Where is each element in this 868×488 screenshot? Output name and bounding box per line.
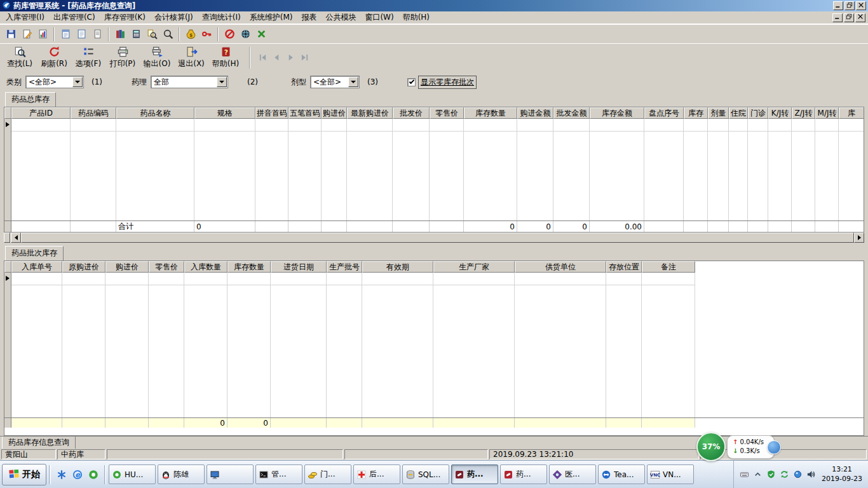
globe-toolbar-button[interactable] <box>238 27 253 42</box>
column-header[interactable]: 零售价 <box>149 261 184 273</box>
column-header[interactable]: 进货日期 <box>271 261 327 273</box>
column-header[interactable]: K/J转 <box>768 107 792 119</box>
column-header[interactable]: 零售价 <box>430 107 464 119</box>
taskbar-task-8[interactable]: 药... <box>451 464 498 484</box>
edit-toolbar-button[interactable] <box>19 27 34 42</box>
tray-sync-button[interactable] <box>779 469 790 480</box>
column-header[interactable]: 批发金额 <box>553 107 590 119</box>
column-header[interactable]: 库存 <box>684 107 708 119</box>
column-header[interactable]: 入库数量 <box>184 261 227 273</box>
column-header[interactable]: 购进价 <box>322 107 347 119</box>
taskbar-task-3[interactable] <box>207 464 254 484</box>
column-header[interactable]: 剂量 <box>708 107 729 119</box>
menu-item-2[interactable]: 出库管理(C) <box>49 11 100 24</box>
quicklaunch-browser-green-button[interactable] <box>86 468 100 482</box>
memory-percent-badge[interactable]: 37% <box>696 432 726 461</box>
column-header[interactable]: 购进价 <box>105 261 149 273</box>
float-ball-icon[interactable] <box>767 440 781 454</box>
column-header[interactable]: 生产厂家 <box>433 261 515 273</box>
menu-item-4[interactable]: 会计核算(J) <box>150 11 198 24</box>
help-button[interactable]: ?帮助(H) <box>210 44 241 71</box>
column-header[interactable]: 库存数量 <box>227 261 271 273</box>
category-select[interactable]: <全部> <box>25 76 84 88</box>
zoom-toolbar-button[interactable] <box>160 27 175 42</box>
books-toolbar-button[interactable] <box>112 27 128 42</box>
menu-item-8[interactable]: 公共模块 <box>321 11 360 24</box>
tray-chevron-up-button[interactable] <box>752 469 763 480</box>
column-header[interactable]: 购进金额 <box>517 107 553 119</box>
taskbar-task-7[interactable]: SQL... <box>402 464 449 484</box>
column-header[interactable]: 产品ID <box>11 107 71 119</box>
tray-shield-button[interactable] <box>766 469 776 480</box>
options-button[interactable]: 选项(F) <box>72 44 104 71</box>
nav-first-button[interactable] <box>255 51 269 65</box>
column-header[interactable]: 库 <box>839 107 864 119</box>
taskbar-task-1[interactable]: HU... <box>109 464 156 484</box>
scroll-right-button[interactable] <box>854 233 864 243</box>
column-header[interactable]: 门诊 <box>748 107 768 119</box>
mdi-close-button[interactable] <box>855 13 865 22</box>
forbid-toolbar-button[interactable] <box>222 27 237 42</box>
refresh-button[interactable]: 刷新(R) <box>38 44 70 71</box>
taskbar-task-12[interactable]: VNCVN... <box>647 464 694 484</box>
column-header[interactable]: 批发价 <box>393 107 430 119</box>
batch-grid[interactable]: 入库单号原购进价购进价零售价入库数量库存数量进货日期生产批号有效期生产厂家供货单… <box>4 261 864 436</box>
chevron-down-icon[interactable] <box>217 77 227 87</box>
tray-ball-blue-button[interactable] <box>792 469 803 480</box>
horizontal-scrollbar[interactable] <box>4 233 864 243</box>
exit-button[interactable]: 退出(X) <box>175 44 207 71</box>
column-header[interactable]: 入库单号 <box>11 261 62 273</box>
taskbar-task-5[interactable]: 门... <box>304 464 351 484</box>
close-x-toolbar-button[interactable] <box>254 27 269 42</box>
key-toolbar-button[interactable] <box>199 27 214 42</box>
taskbar-task-2[interactable]: 陈雄 <box>158 464 205 484</box>
chevron-down-icon[interactable] <box>72 77 83 87</box>
column-header[interactable]: 原购进价 <box>62 261 105 273</box>
checkbox-icon[interactable] <box>407 78 416 86</box>
scroll-left-button[interactable] <box>11 233 21 243</box>
column-header[interactable]: 五笔首码 <box>288 107 322 119</box>
money-toolbar-button[interactable]: $ <box>183 27 198 42</box>
column-header[interactable]: 存放位置 <box>606 261 642 273</box>
column-header[interactable]: 库存金额 <box>590 107 644 119</box>
column-header[interactable]: 供货单位 <box>515 261 606 273</box>
column-header[interactable]: Z/J转 <box>792 107 815 119</box>
tray-keyboard-button[interactable] <box>739 469 750 480</box>
export-button[interactable]: 输出(O) <box>141 44 173 71</box>
save-toolbar-button[interactable] <box>3 27 18 42</box>
mdi-minimize-button[interactable] <box>832 13 843 22</box>
chevron-down-icon[interactable] <box>348 77 358 87</box>
document-toolbar-button[interactable] <box>90 27 105 42</box>
taskbar-task-6[interactable]: 后... <box>353 464 400 484</box>
scrollbar-thumb[interactable] <box>21 233 854 243</box>
restore-button[interactable] <box>844 1 855 10</box>
column-header[interactable]: 规格 <box>194 107 255 119</box>
scrollbar-splitter-box[interactable] <box>4 233 10 243</box>
taskbar-task-11[interactable]: Tea... <box>598 464 645 484</box>
column-header[interactable]: 拼音首码 <box>255 107 288 119</box>
nav-last-button[interactable] <box>297 51 311 65</box>
menu-item-7[interactable]: 报表 <box>297 11 321 24</box>
column-header[interactable]: 最新购进价 <box>347 107 393 119</box>
start-button[interactable]: 开始 <box>2 464 46 485</box>
column-header[interactable]: 住院 <box>729 107 748 119</box>
search-button[interactable]: 查找(L) <box>4 44 36 71</box>
menu-item-9[interactable]: 窗口(W) <box>360 11 398 24</box>
menu-item-3[interactable]: 库存管理(K) <box>100 11 150 24</box>
column-header[interactable]: 盘点序号 <box>644 107 684 119</box>
nav-prev-button[interactable] <box>269 51 283 65</box>
calculator-toolbar-button[interactable] <box>128 27 144 42</box>
preview-toolbar-button[interactable] <box>74 27 89 42</box>
column-header[interactable]: 药品名称 <box>116 107 194 119</box>
menu-item-1[interactable]: 入库管理(I) <box>1 11 49 24</box>
net-monitor-widget[interactable]: 37% ↑ 0.04K/s ↓ 0.3K/s <box>696 432 775 461</box>
taskbar-task-10[interactable]: 医... <box>549 464 596 484</box>
show-zero-stock-checkbox[interactable]: 显示零库存批次 <box>407 76 477 89</box>
column-header[interactable]: 生产批号 <box>327 261 362 273</box>
minimize-button[interactable] <box>833 1 843 10</box>
nav-next-button[interactable] <box>283 51 297 65</box>
menu-item-10[interactable]: 帮助(H) <box>398 11 434 24</box>
zoom-doc-toolbar-button[interactable] <box>144 27 159 42</box>
tab-batch-stock[interactable]: 药品批次库存 <box>5 246 64 261</box>
column-header[interactable]: 药品编码 <box>71 107 116 119</box>
